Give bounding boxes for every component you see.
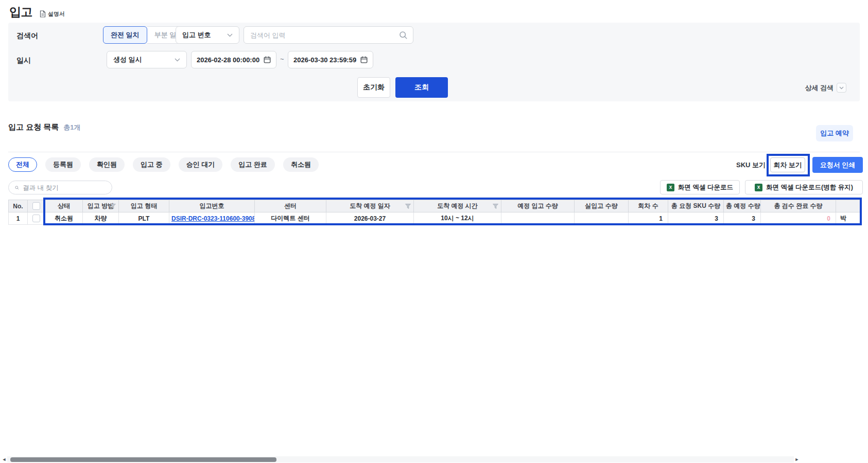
col-inbound-method: 입고 방법 (83, 200, 119, 212)
cell-inbound-type: PLT (119, 212, 169, 225)
scrollbar-track[interactable] (7, 456, 794, 462)
excel-download-merged-label: 화면 엑셀 다운로드(병합 유지) (766, 183, 853, 192)
excel-download-button[interactable]: x 화면 엑셀 다운로드 (660, 180, 740, 194)
exact-match-button[interactable]: 완전 일치 (103, 26, 147, 44)
date-to-value: 2026-03-30 23:59:59 (293, 56, 356, 64)
filter-pill-all[interactable]: 전체 (8, 157, 37, 172)
cell-arrival-time: 10시 ~ 12시 (414, 212, 501, 225)
row-checkbox[interactable] (32, 215, 40, 222)
col-select-all (28, 200, 45, 212)
cell-clipped: 박 (836, 212, 862, 225)
cell-arrival-date: 2026-03-27 (326, 212, 414, 225)
filter-pill-confirmed[interactable]: 확인됨 (89, 157, 125, 172)
col-total-planned-qty: 총 예정 수량 (724, 200, 761, 212)
search-button[interactable]: 조회 (395, 77, 448, 98)
page-title: 입고 (9, 4, 32, 20)
manual-link[interactable]: 설명서 (40, 10, 65, 18)
col-round-count: 회차 수 (629, 200, 668, 212)
col-inbound-number: 입고번호 (169, 200, 255, 212)
sku-view-button[interactable]: SKU 보기 (733, 157, 769, 172)
find-in-results-wrap (8, 181, 112, 194)
excel-icon: x (667, 184, 674, 191)
cell-inbound-method: 차량 (83, 212, 119, 225)
date-to-input[interactable]: 2026-03-30 23:59:59 (288, 51, 373, 68)
funnel-icon[interactable] (493, 204, 498, 209)
filter-pill-pending-approval[interactable]: 승인 대기 (179, 157, 223, 172)
col-total-sku-qty: 총 요청 SKU 수량 (668, 200, 724, 212)
document-icon (40, 10, 46, 17)
col-inbound-type: 입고 형태 (119, 200, 169, 212)
calendar-icon[interactable] (264, 56, 271, 63)
filter-pill-cancelled[interactable]: 취소됨 (283, 157, 319, 172)
inbound-request-table-wrap: No. 상태 입고 방법 입고 형태 입고번호 센터 도착 예정 일자 도착 예… (8, 200, 862, 225)
search-icon (15, 184, 19, 191)
excel-download-label: 화면 엑셀 다운로드 (678, 183, 733, 192)
date-type-select[interactable]: 생성 일시 (107, 51, 187, 68)
keyword-input[interactable] (250, 31, 399, 39)
table-header-row: No. 상태 입고 방법 입고 형태 입고번호 센터 도착 예정 일자 도착 예… (9, 200, 862, 212)
col-status: 상태 (45, 200, 83, 212)
funnel-icon[interactable] (110, 204, 116, 209)
keyword-label: 검색어 (16, 31, 38, 41)
filter-pill-inbound-complete[interactable]: 입고 완료 (231, 157, 275, 172)
inbound-page: 입고 설명서 검색어 완전 일치 부분 일치 입고 번호 (0, 0, 868, 463)
status-filter-pills: 전체 등록됨 확인됨 입고 중 승인 대기 입고 완료 취소됨 (8, 157, 319, 172)
cell-inbound-number: DSIR-DRC-0323-110600-3908 (169, 212, 255, 225)
manual-label: 설명서 (48, 10, 65, 18)
date-type-value: 생성 일시 (113, 55, 142, 64)
round-view-button[interactable]: 회차 보기 (770, 157, 805, 172)
filter-pill-registered[interactable]: 등록됨 (45, 157, 81, 172)
inbound-number-link[interactable]: DSIR-DRC-0323-110600-3908 (171, 215, 255, 222)
search-field-value: 입고 번호 (182, 30, 211, 40)
cell-select (28, 212, 45, 225)
select-all-checkbox[interactable] (32, 202, 40, 210)
scrollbar-thumb[interactable] (10, 457, 276, 462)
col-received-qty: 실입고 수량 (575, 200, 629, 212)
col-no: No. (9, 200, 28, 212)
print-request-button[interactable]: 요청서 인쇄 (812, 157, 863, 173)
col-planned-qty: 예정 입고 수량 (501, 200, 575, 212)
search-panel: 검색어 완전 일치 부분 일치 입고 번호 일시 생성 일시 (8, 23, 860, 101)
page-header: 입고 설명서 (9, 4, 65, 20)
chevron-down-icon (227, 33, 233, 37)
cell-round-count: 1 (629, 212, 668, 225)
inbound-reserve-button[interactable]: 입고 예약 (816, 125, 853, 141)
col-clipped (836, 200, 862, 212)
chevron-down-icon[interactable] (837, 83, 846, 93)
cell-planned-qty (501, 212, 575, 225)
cell-received-qty (575, 212, 629, 225)
cell-status: 취소됨 (45, 212, 83, 225)
date-range-separator: ~ (280, 55, 284, 63)
left-arrow-icon[interactable]: ◄ (1, 456, 7, 462)
cell-total-planned-qty: 3 (724, 212, 761, 225)
col-center: 센터 (255, 200, 326, 212)
reset-button[interactable]: 초기화 (357, 77, 390, 98)
filter-pill-inbound-in-progress[interactable]: 입고 중 (133, 157, 170, 172)
cell-center: 다이렉트 센터 (255, 212, 326, 225)
search-icon[interactable] (399, 31, 408, 40)
list-header: 입고 요청 목록 총1개 (8, 122, 81, 132)
advanced-search-label: 상세 검색 (805, 83, 834, 93)
cell-total-sku-qty: 3 (668, 212, 724, 225)
col-arrival-time: 도착 예정 시간 (414, 200, 501, 212)
cell-no: 1 (9, 212, 28, 225)
col-arrival-date: 도착 예정 일자 (326, 200, 414, 212)
date-from-value: 2026-02-28 00:00:00 (197, 56, 259, 64)
chevron-down-icon (175, 58, 180, 62)
excel-icon: x (755, 184, 762, 191)
list-total-count: 총1개 (63, 123, 80, 132)
table-row: 1 취소됨 차량 PLT DSIR-DRC-0323-110600-3908 다… (9, 212, 862, 225)
funnel-icon[interactable] (405, 204, 411, 209)
right-arrow-icon[interactable]: ► (794, 456, 800, 462)
list-title: 입고 요청 목록 (8, 122, 59, 132)
search-field-select[interactable]: 입고 번호 (176, 26, 239, 44)
find-in-results-input[interactable] (23, 184, 106, 191)
date-from-input[interactable]: 2026-02-28 00:00:00 (191, 51, 276, 68)
section-divider (8, 152, 860, 152)
excel-download-merged-button[interactable]: x 화면 엑셀 다운로드(병합 유지) (745, 180, 863, 194)
keyword-input-wrap (244, 26, 413, 44)
calendar-icon[interactable] (360, 56, 368, 63)
cell-total-inspected-qty: 0 (761, 212, 836, 225)
horizontal-scrollbar[interactable]: ◄ ► (1, 456, 800, 462)
advanced-search-toggle[interactable]: 상세 검색 (805, 83, 846, 93)
